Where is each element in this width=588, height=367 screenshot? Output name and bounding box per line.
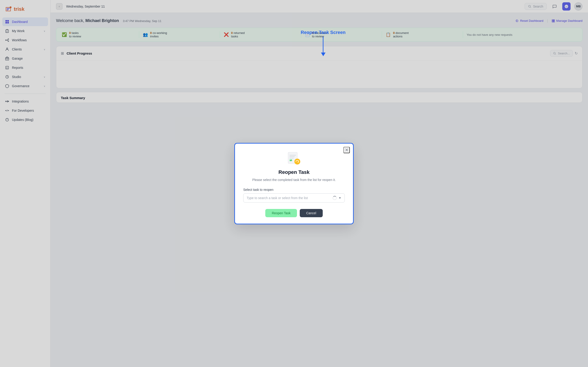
cancel-button[interactable]: Cancel [300, 209, 323, 217]
modal-select-placeholder: Type to search a task or select from the… [247, 196, 308, 200]
modal-actions: Reopen Task Cancel [243, 209, 345, 217]
loading-spinner-icon [333, 196, 337, 200]
modal-overlay: Reopen Task Screen ✕ [0, 0, 588, 367]
modal-title: Reopen Task [243, 169, 345, 175]
reopen-task-button[interactable]: Reopen Task [265, 209, 297, 217]
modal-task-select[interactable]: Type to search a task or select from the… [243, 193, 345, 202]
select-chevron-icon: ▼ [338, 196, 341, 200]
reopen-task-modal: ✕ Reopen Task Please select the compl [234, 143, 354, 224]
reopen-task-icon [287, 151, 301, 166]
modal-field-label: Select task to reopen [243, 188, 345, 192]
modal-select-inner: Type to search a task or select from the… [247, 196, 333, 200]
modal-icon-container [243, 151, 345, 166]
arrow-head [321, 52, 326, 56]
svg-rect-28 [290, 158, 294, 158]
close-icon: ✕ [345, 148, 348, 152]
svg-rect-26 [290, 155, 296, 155]
arrow-line [323, 36, 323, 52]
modal-description: Please select the completed task from th… [243, 177, 345, 182]
svg-rect-29 [290, 159, 292, 161]
modal-close-button[interactable]: ✕ [343, 147, 350, 153]
annotation-label: Reopen Task Screen [301, 30, 346, 35]
annotation-arrow [321, 36, 326, 56]
svg-point-30 [294, 158, 300, 165]
svg-rect-27 [290, 156, 295, 157]
